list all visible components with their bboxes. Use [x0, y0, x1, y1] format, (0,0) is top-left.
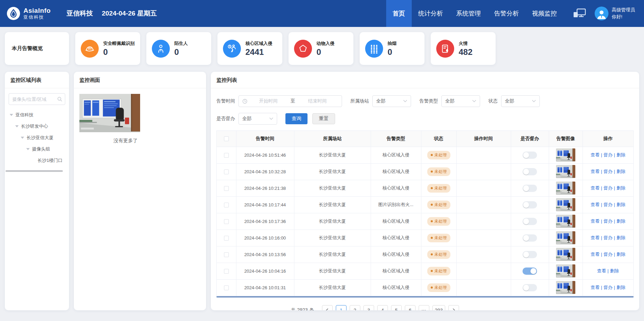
tree-item-3[interactable]: 摄像头组	[26, 143, 69, 155]
next-page-button[interactable]	[448, 305, 459, 311]
row-checkbox[interactable]	[224, 236, 229, 241]
status-badge: 未处理	[427, 167, 450, 176]
caret-down-icon[interactable]	[26, 148, 30, 150]
action-link-2[interactable]: 删除	[616, 169, 625, 174]
row-checkbox[interactable]	[224, 153, 229, 158]
alarm-image-thumbnail[interactable]	[556, 248, 575, 261]
action-link-2[interactable]: 删除	[616, 202, 625, 207]
action-link-1[interactable]: 删除	[610, 268, 619, 273]
action-link-2[interactable]: 删除	[616, 218, 625, 224]
action-link-1[interactable]: 督办	[604, 252, 613, 257]
cell-op-time	[456, 196, 511, 213]
alarm-image-thumbnail[interactable]	[556, 182, 575, 195]
page-button-3[interactable]: 3	[363, 305, 374, 311]
action-link-1[interactable]: 督办	[604, 202, 613, 207]
page-button-5[interactable]: 5	[391, 305, 402, 311]
user-avatar[interactable]	[595, 7, 608, 20]
table-horizontal-scrollbar[interactable]	[216, 296, 634, 298]
action-link-1[interactable]: 督办	[604, 185, 613, 191]
action-link-1[interactable]: 督办	[604, 152, 613, 157]
tree-item-1[interactable]: 长沙研发中心	[15, 120, 69, 132]
tree-item-0[interactable]: 亚信科技	[10, 109, 69, 120]
action-link-2[interactable]: 删除	[616, 185, 625, 191]
prev-page-button[interactable]	[322, 305, 333, 311]
supervise-select[interactable]: 全部	[238, 113, 277, 125]
nav-item-0[interactable]: 首页	[386, 0, 412, 27]
page-button-6[interactable]: 6	[405, 305, 416, 311]
ellipsis-pages-button[interactable]: •••	[419, 305, 429, 311]
action-link-2[interactable]: 删除	[616, 285, 625, 290]
action-link-0[interactable]: 查看	[591, 218, 599, 224]
supervise-toggle[interactable]	[523, 185, 537, 192]
action-link-0[interactable]: 查看	[591, 252, 599, 257]
row-checkbox[interactable]	[224, 169, 229, 174]
supervise-toggle[interactable]	[523, 268, 537, 275]
tree-horizontal-scrollbar[interactable]	[6, 170, 63, 172]
tree-item-2[interactable]: 长沙亚信大厦	[21, 132, 69, 143]
row-checkbox[interactable]	[224, 252, 229, 257]
supervise-toggle[interactable]	[523, 251, 537, 258]
alarm-image-thumbnail[interactable]	[556, 231, 575, 244]
supervise-toggle[interactable]	[523, 201, 537, 208]
alarm-image-thumbnail[interactable]	[556, 148, 575, 162]
action-link-1[interactable]: 督办	[604, 218, 613, 224]
alarm-image-thumbnail[interactable]	[556, 165, 575, 178]
supervise-toggle[interactable]	[523, 284, 537, 291]
row-checkbox[interactable]	[224, 285, 229, 290]
action-link-1[interactable]: 督办	[604, 169, 613, 174]
monitor-screens-icon[interactable]	[573, 8, 586, 19]
alarm-image-thumbnail[interactable]	[556, 281, 575, 294]
action-link-1[interactable]: 督办	[604, 285, 613, 290]
alarm-image-thumbnail[interactable]	[556, 264, 575, 278]
page-button-4[interactable]: 4	[377, 305, 388, 311]
caret-down-icon[interactable]	[15, 125, 19, 127]
action-link-2[interactable]: 删除	[616, 252, 625, 257]
action-link-2[interactable]: 删除	[616, 235, 625, 240]
station-filter-label: 所属场站	[350, 98, 369, 104]
search-icon[interactable]	[57, 96, 62, 102]
end-time-placeholder[interactable]: 结束时间	[296, 98, 338, 104]
action-link-0[interactable]: 查看	[591, 169, 599, 174]
caret-down-icon[interactable]	[21, 137, 24, 139]
nav-item-2[interactable]: 系统管理	[450, 0, 488, 27]
alarm-time-range-picker[interactable]: 开始时间 至 结束时间	[238, 95, 342, 107]
caret-down-icon[interactable]	[10, 114, 13, 116]
row-checkbox[interactable]	[224, 186, 229, 191]
supervise-toggle[interactable]	[523, 218, 537, 225]
row-checkbox[interactable]	[224, 219, 229, 224]
cell-alarm-type: 核心区域入侵	[371, 213, 421, 230]
supervise-toggle[interactable]	[523, 234, 537, 242]
action-link-0[interactable]: 查看	[591, 152, 599, 157]
row-checkbox[interactable]	[224, 269, 229, 274]
nav-item-1[interactable]: 统计分析	[412, 0, 450, 27]
action-link-0[interactable]: 查看	[597, 268, 606, 273]
supervise-toggle[interactable]	[523, 168, 537, 175]
nav-item-3[interactable]: 告警分析	[488, 0, 526, 27]
action-link-2[interactable]: 删除	[616, 152, 625, 157]
start-time-placeholder[interactable]: 开始时间	[247, 98, 289, 104]
alarm-image-thumbnail[interactable]	[556, 215, 575, 228]
page-button-1[interactable]: 1	[336, 305, 347, 311]
supervise-toggle[interactable]	[523, 152, 537, 159]
last-page-button[interactable]: 293	[432, 305, 445, 311]
station-select[interactable]: 全部	[372, 95, 411, 107]
alarm-type-select[interactable]: 全部	[441, 95, 480, 107]
tree-item-4[interactable]: 长沙1楼门口	[32, 155, 69, 166]
row-checkbox[interactable]	[224, 203, 229, 207]
search-button[interactable]: 查询	[285, 113, 308, 124]
nav-item-4[interactable]: 视频监控	[526, 0, 564, 27]
page-button-2[interactable]: 2	[350, 305, 360, 311]
action-link-0[interactable]: 查看	[591, 235, 599, 240]
alarm-image-thumbnail[interactable]	[556, 198, 575, 211]
action-link-0[interactable]: 查看	[591, 202, 599, 207]
range-to-label: 至	[289, 98, 297, 104]
action-link-0[interactable]: 查看	[591, 185, 599, 191]
select-all-checkbox[interactable]	[224, 136, 229, 141]
camera-frame-thumbnail[interactable]	[79, 94, 140, 132]
cell-op-time	[456, 246, 511, 263]
action-link-1[interactable]: 督办	[604, 235, 613, 240]
reset-button[interactable]: 重置	[312, 113, 335, 124]
action-link-0[interactable]: 查看	[591, 285, 599, 290]
status-select[interactable]: 全部	[501, 95, 540, 107]
cell-alarm-time: 2024-04-26 10:13:56	[236, 246, 294, 263]
